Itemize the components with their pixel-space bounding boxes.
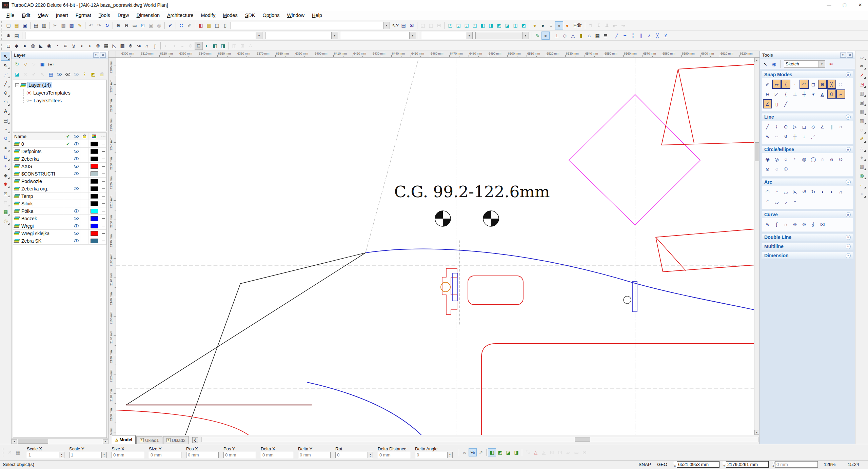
ref-bottomright-button[interactable]: ◨ [512, 448, 520, 456]
field-input[interactable] [112, 452, 144, 458]
drag-handle[interactable] [1, 32, 3, 40]
layer-current-cell[interactable] [64, 148, 72, 155]
menu-modify[interactable]: Modify [197, 11, 219, 19]
layer-lock-cell[interactable] [80, 170, 88, 177]
field-input[interactable] [298, 452, 331, 458]
tool-button[interactable]: ⌐ [836, 89, 845, 99]
layer-color-button[interactable]: ◩ [89, 70, 97, 78]
view-front-button[interactable]: ◱ [454, 21, 462, 29]
menu-edit[interactable]: Edit [18, 11, 34, 19]
layer-color-cell[interactable] [88, 170, 100, 177]
close-button[interactable]: ✕ [852, 0, 868, 10]
tool-button[interactable]: ◍ [800, 155, 809, 164]
layer-visible-cell[interactable] [72, 140, 80, 147]
spell-check-button[interactable]: ✔ [166, 21, 174, 29]
render-draft-button[interactable]: ○ [547, 21, 555, 29]
dome-3d-button[interactable]: ∩ [143, 42, 151, 50]
pen-edit-button[interactable]: ✎ [533, 32, 541, 40]
coordinate-y[interactable]: 2179,0261 mm [726, 461, 769, 468]
render-full-button[interactable]: ● [563, 21, 571, 29]
sphere-gray-button[interactable]: ● [857, 153, 866, 162]
layer-linestyle-cell[interactable] [100, 237, 106, 244]
copy-button[interactable]: ▧ [59, 21, 67, 29]
line-edit-1-button[interactable]: ╱ [613, 32, 621, 40]
layer-current-cell[interactable] [64, 200, 72, 207]
print-preview-button[interactable]: ▥ [40, 21, 48, 29]
shape-button[interactable]: ◌ [857, 125, 866, 134]
xform-7-button[interactable]: ▭ [572, 448, 580, 456]
stack-button[interactable]: ▣ [857, 98, 866, 107]
xform-1-button[interactable]: ⤡ [524, 448, 532, 456]
stack-order-button[interactable]: ⋮ [81, 70, 89, 78]
ref-topleft-button[interactable]: ◧ [488, 448, 496, 456]
align-5-button[interactable]: ⇥ [619, 21, 627, 29]
tool-button[interactable]: ┼ [800, 89, 809, 99]
tool-button[interactable]: ⋈ [818, 220, 827, 229]
menu-insert[interactable]: Insert [52, 11, 72, 19]
tool-button[interactable]: ◻ [800, 122, 809, 131]
zoom-out-button[interactable]: ⊖ [122, 21, 131, 29]
layer-lock-cell[interactable] [80, 155, 88, 162]
wedge-3d-button[interactable]: ◆ [13, 42, 21, 50]
clip-button[interactable]: ◧ [197, 21, 205, 29]
tools-section-curve[interactable]: Curve« [762, 211, 853, 218]
menu-view[interactable]: View [34, 11, 52, 19]
layer-visible-cell[interactable] [72, 155, 80, 162]
zoom-in-button[interactable]: ⊕ [114, 21, 122, 29]
solid-union-button[interactable]: ◐ [203, 42, 211, 50]
layer-linestyle-cell[interactable] [100, 148, 106, 155]
layer-current-cell[interactable] [64, 185, 72, 192]
xform-2-button[interactable]: △ [532, 448, 540, 456]
layer-visible-cell[interactable] [72, 192, 80, 200]
zoom-extents-button[interactable]: ⊡ [139, 21, 147, 29]
tool-button[interactable]: ╱ [763, 122, 772, 131]
layer-lock-cell[interactable] [80, 185, 88, 192]
column-header-name[interactable]: Name [13, 133, 64, 140]
show-all-button[interactable] [55, 70, 63, 78]
layer-linestyle-cell[interactable] [100, 163, 106, 170]
fillet-button[interactable]: ◡ [857, 52, 866, 61]
refresh-layers-button[interactable]: ↻ [13, 60, 21, 68]
menu-modes[interactable]: Modes [219, 11, 241, 19]
chevron-down-icon[interactable]: ▾ [256, 32, 262, 39]
filter-layers-button[interactable]: ▽ [21, 60, 29, 68]
tool-button[interactable]: ◠ [800, 80, 809, 89]
tools-section-multiline[interactable]: Multiline« [762, 243, 853, 250]
layer-current-cell[interactable] [64, 230, 72, 237]
format-painter-button[interactable]: ✎ [76, 21, 84, 29]
mesh-3d-button[interactable]: ▦ [102, 42, 110, 50]
apply-button[interactable]: ✔ [30, 70, 38, 78]
tools-section-double-line[interactable]: Double Line« [762, 233, 853, 241]
align-3-button[interactable]: ⇊ [603, 21, 611, 29]
chevron-down-icon[interactable]: ▾ [818, 61, 825, 67]
layer-color-cell[interactable] [88, 148, 100, 155]
tool-button[interactable]: ◇ [809, 122, 818, 131]
style-paint-button[interactable]: ✑ [827, 60, 835, 68]
tool-button[interactable]: ↻ [809, 187, 818, 196]
column-header-visible[interactable] [72, 133, 80, 140]
scroll-right-icon[interactable]: ▸ [103, 439, 108, 444]
lock-layer-button[interactable] [98, 70, 106, 78]
tool-button[interactable]: ◖ [818, 187, 827, 196]
tool-button[interactable]: ▷ [790, 122, 800, 131]
tool-button[interactable]: ↺ [800, 187, 809, 196]
sphere-3d-button[interactable]: ● [21, 42, 29, 50]
tool-button[interactable]: ◭ [818, 89, 827, 99]
layer-current-cell[interactable] [64, 155, 72, 162]
ref-bottomleft-button[interactable]: ◪ [504, 448, 512, 456]
tool-button[interactable]: ◔ [772, 187, 781, 196]
field-input[interactable] [335, 452, 368, 458]
chevron-down-icon[interactable]: ▾ [331, 32, 338, 39]
layer-properties-button[interactable]: ▤ [47, 70, 55, 78]
catalog-button[interactable]: ▤ [399, 21, 408, 29]
hatch-button[interactable]: ≍ [857, 61, 866, 70]
column-header-linestyle[interactable]: ---Line [100, 133, 106, 140]
percent-mode-button[interactable]: % [469, 448, 477, 456]
align-4-button[interactable]: ⇤ [611, 21, 619, 29]
chevron-up-icon[interactable]: « [846, 180, 851, 185]
layer-linestyle-cell[interactable] [100, 185, 106, 192]
layer-visible-cell[interactable] [72, 222, 80, 229]
tools-section-snap-modes[interactable]: Snap Modes« [762, 71, 853, 78]
print-button[interactable]: ▤ [32, 21, 40, 29]
tool-button[interactable]: Ω [827, 89, 836, 99]
